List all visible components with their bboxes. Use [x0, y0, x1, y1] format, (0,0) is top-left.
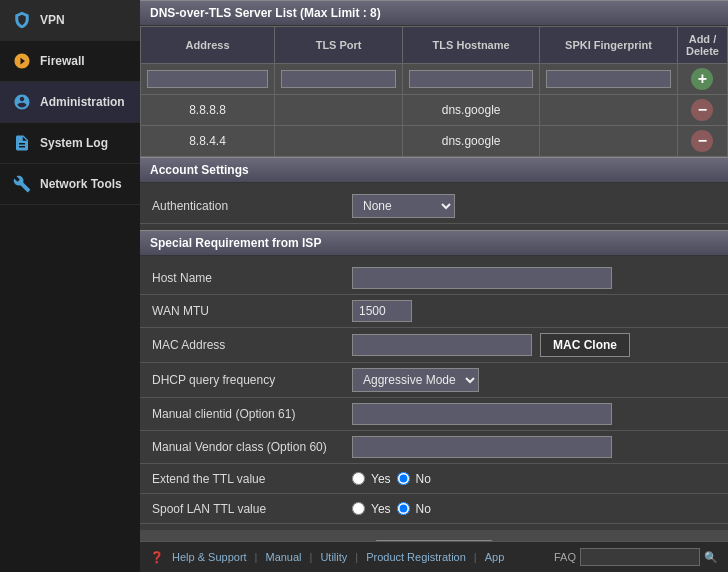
col-spki: SPKI Fingerprint	[540, 27, 678, 64]
spoof-ttl-radio-group: Yes No	[352, 502, 716, 516]
sidebar-item-system-log[interactable]: System Log	[0, 123, 140, 164]
dns-address-1: 8.8.8.8	[141, 95, 275, 126]
sidebar-item-firewall-label: Firewall	[40, 54, 85, 68]
col-address: Address	[141, 27, 275, 64]
dns-add-button[interactable]: +	[691, 68, 713, 90]
col-tls-hostname: TLS Hostname	[403, 27, 540, 64]
footer-manual-link[interactable]: Manual	[265, 551, 301, 563]
host-name-input[interactable]	[352, 267, 612, 289]
authentication-select[interactable]: None PAP CHAP MS-CHAP MS-CHAPv2	[352, 194, 455, 218]
sidebar-item-administration[interactable]: Administration	[0, 82, 140, 123]
sidebar-item-vpn-label: VPN	[40, 13, 65, 27]
mac-clone-button[interactable]: MAC Clone	[540, 333, 630, 357]
host-name-label: Host Name	[152, 271, 352, 285]
footer-sep-1: |	[255, 551, 258, 563]
isp-section-header: Special Requirement from ISP	[140, 230, 728, 256]
mac-address-row: MAC Address MAC Clone	[140, 328, 728, 363]
system-log-icon	[12, 133, 32, 153]
spoof-ttl-yes-label: Yes	[371, 502, 391, 516]
extend-ttl-label: Extend the TTL value	[152, 472, 352, 486]
footer-sep-2: |	[310, 551, 313, 563]
manual-vendor-input[interactable]	[352, 436, 612, 458]
network-tools-icon	[12, 174, 32, 194]
dns-port-2	[275, 126, 403, 157]
manual-vendor-label: Manual Vendor class (Option 60)	[152, 440, 352, 454]
help-support-link[interactable]: Help & Support	[172, 551, 247, 563]
dns-hostname-input-0[interactable]	[409, 70, 533, 88]
sidebar-item-systemlog-label: System Log	[40, 136, 108, 150]
dhcp-freq-select[interactable]: Aggressive Mode Normal Mode	[352, 368, 479, 392]
sidebar: VPN Firewall Administration System Log N…	[0, 0, 140, 572]
extend-ttl-yes-label: Yes	[371, 472, 391, 486]
dns-spki-2	[540, 126, 678, 157]
sidebar-item-firewall[interactable]: Firewall	[0, 41, 140, 82]
dns-section-header: DNS-over-TLS Server List (Max Limit : 8)	[140, 0, 728, 26]
dhcp-freq-row: DHCP query frequency Aggressive Mode Nor…	[140, 363, 728, 398]
footer-utility-link[interactable]: Utility	[320, 551, 347, 563]
wan-mtu-label: WAN MTU	[152, 304, 352, 318]
faq-search-icon[interactable]: 🔍	[704, 551, 718, 564]
help-icon: ❓	[150, 551, 164, 564]
apply-section: Apply	[140, 530, 728, 541]
footer-sep-4: |	[474, 551, 477, 563]
manual-clientid-label: Manual clientid (Option 61)	[152, 407, 352, 421]
col-tls-port: TLS Port	[275, 27, 403, 64]
sidebar-item-network-tools[interactable]: Network Tools	[0, 164, 140, 205]
vpn-icon	[12, 10, 32, 30]
authentication-row: Authentication None PAP CHAP MS-CHAP MS-…	[140, 189, 728, 224]
extend-ttl-no-label: No	[416, 472, 431, 486]
dns-spki-1	[540, 95, 678, 126]
manual-clientid-row: Manual clientid (Option 61)	[140, 398, 728, 431]
authentication-control: None PAP CHAP MS-CHAP MS-CHAPv2	[352, 194, 716, 218]
sidebar-item-networktools-label: Network Tools	[40, 177, 122, 191]
main-content: DNS-over-TLS Server List (Max Limit : 8)…	[140, 0, 728, 541]
faq-search-input[interactable]	[580, 548, 700, 566]
faq-label: FAQ	[554, 551, 576, 563]
spoof-ttl-label: Spoof LAN TTL value	[152, 502, 352, 516]
dns-port-input-0[interactable]	[281, 70, 396, 88]
footer: ❓ Help & Support | Manual | Utility | Pr…	[140, 541, 728, 572]
dns-row-input: +	[141, 64, 728, 95]
extend-ttl-yes-radio[interactable]	[352, 472, 365, 485]
mac-address-label: MAC Address	[152, 338, 352, 352]
dns-port-1	[275, 95, 403, 126]
spoof-ttl-no-label: No	[416, 502, 431, 516]
administration-icon	[12, 92, 32, 112]
dns-address-input-0[interactable]	[147, 70, 268, 88]
dns-row-2: 8.8.4.4 dns.google −	[141, 126, 728, 157]
footer-sep-3: |	[355, 551, 358, 563]
dns-row-1: 8.8.8.8 dns.google −	[141, 95, 728, 126]
dns-remove-button-1[interactable]: −	[691, 99, 713, 121]
extend-ttl-radio-group: Yes No	[352, 472, 716, 486]
dns-spki-input-0[interactable]	[546, 70, 671, 88]
dns-table: Address TLS Port TLS Hostname SPKI Finge…	[140, 26, 728, 157]
col-add-delete: Add /Delete	[677, 27, 727, 64]
footer-app-link[interactable]: App	[485, 551, 505, 563]
dhcp-freq-label: DHCP query frequency	[152, 373, 352, 387]
sidebar-item-administration-label: Administration	[40, 95, 125, 109]
extend-ttl-no-radio[interactable]	[397, 472, 410, 485]
host-name-row: Host Name	[140, 262, 728, 295]
isp-settings-section: Host Name WAN MTU MAC Address MAC Clone	[140, 256, 728, 530]
manual-clientid-input[interactable]	[352, 403, 612, 425]
authentication-label: Authentication	[152, 199, 352, 213]
extend-ttl-row: Extend the TTL value Yes No	[140, 464, 728, 494]
mac-address-input[interactable]	[352, 334, 532, 356]
spoof-ttl-no-radio[interactable]	[397, 502, 410, 515]
dns-remove-button-2[interactable]: −	[691, 130, 713, 152]
spoof-ttl-yes-radio[interactable]	[352, 502, 365, 515]
account-settings-section: Authentication None PAP CHAP MS-CHAP MS-…	[140, 183, 728, 230]
faq-section: FAQ 🔍	[554, 548, 718, 566]
dns-hostname-1: dns.google	[403, 95, 540, 126]
wan-mtu-input[interactable]	[352, 300, 412, 322]
firewall-icon	[12, 51, 32, 71]
footer-product-reg-link[interactable]: Product Registration	[366, 551, 466, 563]
sidebar-item-vpn[interactable]: VPN	[0, 0, 140, 41]
dns-address-2: 8.8.4.4	[141, 126, 275, 157]
wan-mtu-row: WAN MTU	[140, 295, 728, 328]
account-settings-header: Account Settings	[140, 157, 728, 183]
spoof-ttl-row: Spoof LAN TTL value Yes No	[140, 494, 728, 524]
dns-hostname-2: dns.google	[403, 126, 540, 157]
manual-vendor-row: Manual Vendor class (Option 60)	[140, 431, 728, 464]
